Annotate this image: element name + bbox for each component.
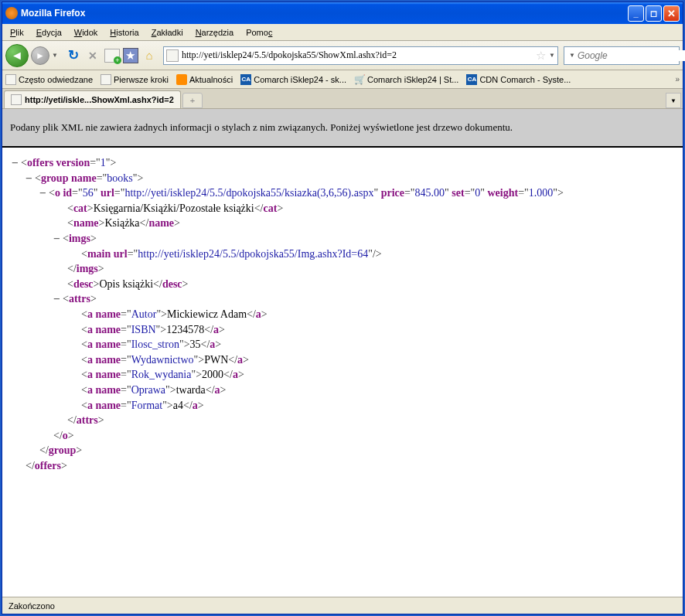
bookmarks-overflow-icon[interactable]: » xyxy=(675,75,680,83)
xml-info-bar: Podany plik XML nie zawiera żadnych info… xyxy=(2,109,683,148)
list-all-tabs-button[interactable]: ▼ xyxy=(666,93,681,108)
reload-button[interactable]: ↻ xyxy=(65,47,82,64)
search-box[interactable]: ▼ 🔍 xyxy=(564,46,680,65)
close-button[interactable]: ✕ xyxy=(663,5,680,22)
menu-bookmarks[interactable]: Zakładki xyxy=(147,26,188,39)
bookmark-page-icon[interactable]: ☆ xyxy=(536,49,546,63)
titlebar[interactable]: Mozilla Firefox _ ◻ ✕ xyxy=(2,2,683,24)
bookmarks-toolbar: Często odwiedzane Pierwsze kroki Aktualn… xyxy=(2,70,683,89)
menu-view[interactable]: Widok xyxy=(70,26,103,39)
bookmark-star-button[interactable]: ★ xyxy=(123,48,138,63)
forward-button[interactable]: ► xyxy=(31,46,49,65)
home-button[interactable]: ⌂ xyxy=(141,47,158,64)
menu-help[interactable]: Pomoc xyxy=(241,26,277,39)
menu-edit[interactable]: Edycja xyxy=(32,26,66,39)
tab-title: http://yeti/iskle...ShowXml.ashx?id=2 xyxy=(25,95,174,104)
page-icon xyxy=(5,74,16,85)
menubar: Plik Edycja Widok Historia Zakładki Narz… xyxy=(2,24,683,41)
collapse-toggle[interactable]: − xyxy=(39,185,47,201)
addons-button[interactable] xyxy=(104,47,121,64)
search-engine-dropdown-icon[interactable]: ▼ xyxy=(569,52,575,59)
window-title: Mozilla Firefox xyxy=(21,8,628,19)
page-icon xyxy=(11,94,22,105)
menu-file[interactable]: Plik xyxy=(5,26,29,39)
bookmark-first-steps[interactable]: Pierwsze kroki xyxy=(101,74,169,85)
collapse-toggle[interactable]: − xyxy=(26,171,33,186)
menu-history[interactable]: Historia xyxy=(105,26,143,39)
cart-icon: 🛒 xyxy=(354,74,365,85)
bookmark-comarch-sk[interactable]: CAComarch iSklep24 - sk... xyxy=(240,74,346,85)
navigation-toolbar: ◄ ► ▼ ↻ ✕ ★ ⌂ ☆ ▼ ▼ 🔍 xyxy=(2,41,683,70)
firefox-window: Mozilla Firefox _ ◻ ✕ Plik Edycja Widok … xyxy=(2,2,683,614)
menu-tools[interactable]: Narzędzia xyxy=(191,26,239,39)
bookmark-frequent[interactable]: Często odwiedzane xyxy=(5,74,93,85)
status-text: Zakończono xyxy=(9,601,55,611)
stop-button[interactable]: ✕ xyxy=(84,47,101,64)
back-button[interactable]: ◄ xyxy=(5,44,29,67)
new-tab-button[interactable]: + xyxy=(182,93,203,108)
url-bar[interactable]: ☆ ▼ xyxy=(163,46,558,65)
collapse-toggle[interactable]: − xyxy=(53,291,61,307)
active-tab[interactable]: http://yeti/iskle...ShowXml.ashx?id=2 xyxy=(4,90,181,108)
xml-tree-viewer[interactable]: −<offers version="1"> −<group name="book… xyxy=(2,148,683,597)
comarch-icon: CA xyxy=(466,74,477,85)
comarch-icon: CA xyxy=(240,74,251,85)
search-input[interactable] xyxy=(578,50,685,61)
collapse-toggle[interactable]: − xyxy=(53,231,61,247)
bookmark-news[interactable]: Aktualności xyxy=(176,74,233,85)
page-icon xyxy=(101,74,111,85)
history-dropdown-icon[interactable]: ▼ xyxy=(52,52,58,59)
site-identity-icon[interactable] xyxy=(166,49,179,62)
firefox-icon xyxy=(5,7,18,19)
bookmark-cdn[interactable]: CACDN Comarch - Syste... xyxy=(466,74,571,85)
minimize-button[interactable]: _ xyxy=(628,5,644,22)
url-dropdown-icon[interactable]: ▼ xyxy=(549,52,555,59)
url-input[interactable] xyxy=(182,49,536,61)
collapse-toggle[interactable]: − xyxy=(12,155,19,171)
xml-info-message: Podany plik XML nie zawiera żadnych info… xyxy=(10,121,513,133)
tab-bar: http://yeti/iskle...ShowXml.ashx?id=2 + … xyxy=(2,89,683,109)
maximize-button[interactable]: ◻ xyxy=(646,5,662,22)
status-bar: Zakończono xyxy=(2,597,683,614)
rss-icon xyxy=(176,74,187,85)
bookmark-comarch-st[interactable]: 🛒Comarch iSklep24 | St... xyxy=(354,74,458,85)
